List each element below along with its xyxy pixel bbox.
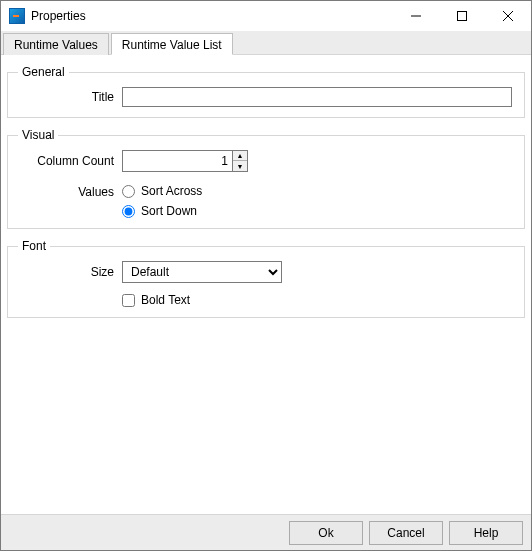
sort-across-label: Sort Across [141,184,202,198]
content-area: General Title Visual Column Count ▲ [1,55,531,514]
tab-runtime-value-list[interactable]: Runtime Value List [111,33,233,55]
chevron-up-icon: ▲ [237,152,244,159]
group-font: Font Size Default Bold Text [7,239,525,318]
values-label: Values [18,184,122,199]
group-general: General Title [7,65,525,118]
group-general-legend: General [18,65,69,79]
close-button[interactable] [485,1,531,31]
group-visual-legend: Visual [18,128,58,142]
window-title: Properties [31,9,86,23]
close-icon [503,11,513,21]
column-count-spinner: ▲ ▼ [122,150,248,172]
bold-text-option[interactable]: Bold Text [122,293,190,307]
title-label: Title [18,90,122,104]
group-visual: Visual Column Count ▲ ▼ [7,128,525,229]
column-count-input[interactable] [122,150,232,172]
column-count-down-button[interactable]: ▼ [233,161,247,171]
tab-runtime-values[interactable]: Runtime Values [3,33,109,55]
app-icon [9,8,25,24]
size-label: Size [18,265,122,279]
column-count-up-button[interactable]: ▲ [233,151,247,161]
cancel-button[interactable]: Cancel [369,521,443,545]
minimize-icon [411,11,421,21]
sort-down-option[interactable]: Sort Down [122,204,202,218]
sort-across-radio[interactable] [122,185,135,198]
bold-text-checkbox[interactable] [122,294,135,307]
bold-text-label: Bold Text [141,293,190,307]
title-input[interactable] [122,87,512,107]
group-font-legend: Font [18,239,50,253]
column-count-label: Column Count [18,154,122,168]
sort-across-option[interactable]: Sort Across [122,184,202,198]
titlebar: Properties [1,1,531,31]
svg-rect-1 [458,12,467,21]
sort-down-label: Sort Down [141,204,197,218]
chevron-down-icon: ▼ [237,163,244,170]
help-button[interactable]: Help [449,521,523,545]
tabstrip: Runtime Values Runtime Value List [1,31,531,55]
dialog-footer: Ok Cancel Help [1,514,531,550]
maximize-button[interactable] [439,1,485,31]
maximize-icon [457,11,467,21]
size-select[interactable]: Default [122,261,282,283]
sort-down-radio[interactable] [122,205,135,218]
minimize-button[interactable] [393,1,439,31]
ok-button[interactable]: Ok [289,521,363,545]
